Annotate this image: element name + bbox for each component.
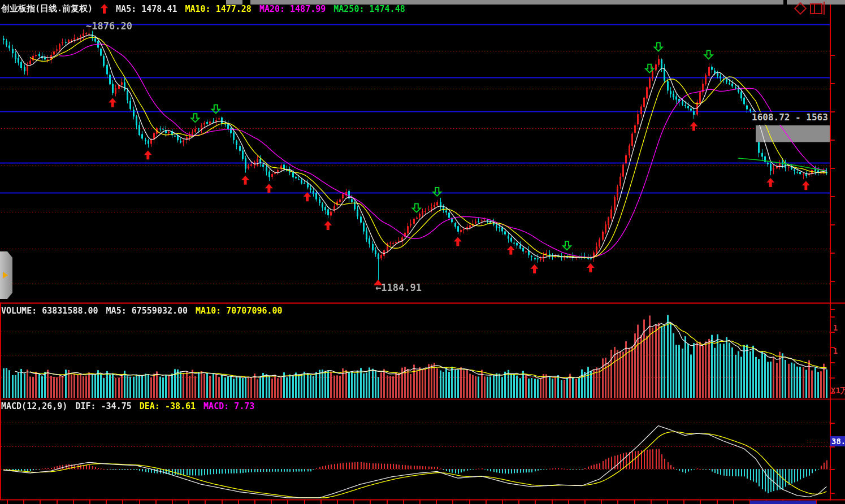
gap-range-annotation: 1608.72 - 1563. [752, 112, 830, 125]
macd-header: MACD(12,26,9) DIF: -34.75 DEA: -38.61 MA… [1, 401, 254, 411]
chart-window: 创业板指(日线.前复权) MA5: 1478.41 MA10: 1477.28 … [0, 0, 845, 504]
volume-axis-tick-label-2: 1 [833, 346, 838, 355]
low-price-annotation: ←1184.91 [375, 282, 422, 293]
macd-value: MACD: 7.73 [203, 401, 254, 411]
up-arrow-icon [101, 4, 108, 14]
macd-name: MACD(12,26,9) [1, 401, 67, 411]
volume-axis-multiplier-label: X1万 [831, 386, 845, 396]
volume-ma5-value: MA5: 67559032.00 [106, 306, 188, 316]
instrument-title: 创业板指(日线.前复权) [1, 3, 93, 14]
split-window-divider [814, 5, 815, 13]
chart-canvas[interactable] [0, 0, 845, 504]
ma20-value: MA20: 1487.99 [259, 4, 326, 14]
macd-level-badge: 38. [830, 436, 845, 446]
ma250-value: MA250: 1474.48 [333, 4, 405, 14]
dif-value: DIF: -34.75 [75, 401, 131, 411]
dea-value: DEA: -38.61 [140, 401, 196, 411]
price-header: 创业板指(日线.前复权) MA5: 1478.41 MA10: 1477.28 … [1, 3, 405, 14]
expand-arrow-icon [3, 272, 8, 279]
peak-price-annotation: ~1876.20 [86, 20, 132, 32]
ma10-value: MA10: 1477.28 [185, 4, 251, 14]
volume-value: VOLUME: 63831588.00 [1, 306, 98, 316]
ma5-value: MA5: 1478.41 [116, 4, 177, 14]
sidebar-flyout-handle[interactable] [0, 251, 12, 299]
split-window-icon[interactable] [810, 3, 822, 14]
volume-ma10-value: MA10: 70707096.00 [196, 306, 283, 316]
volume-axis-tick-label-1: 1 [833, 323, 838, 332]
cursor-caret [824, 2, 825, 15]
volume-header: VOLUME: 63831588.00 MA5: 67559032.00 MA1… [1, 306, 283, 316]
scrollbar-thumb[interactable] [750, 501, 816, 504]
